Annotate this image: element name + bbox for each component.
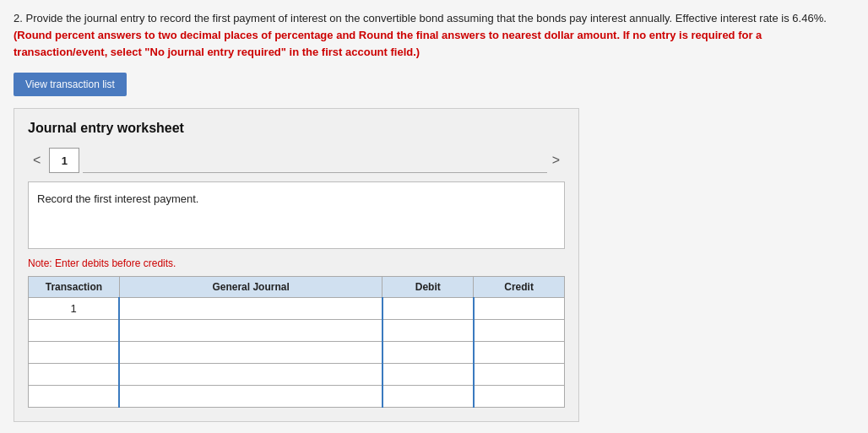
cell-credit-4[interactable]: [474, 386, 565, 408]
input-debit-4[interactable]: [383, 386, 473, 407]
header-credit: Credit: [474, 277, 565, 298]
cell-transaction-0: 1: [29, 298, 120, 320]
input-debit-3[interactable]: [383, 364, 473, 385]
description-text: Record the first interest payment.: [37, 192, 198, 205]
cell-general-journal-1[interactable]: [119, 320, 382, 342]
worksheet-title: Journal entry worksheet: [28, 121, 565, 136]
cell-general-journal-2[interactable]: [119, 342, 382, 364]
cell-debit-0[interactable]: [382, 298, 474, 320]
tab-number-box: 1: [49, 148, 79, 173]
input-credit-0[interactable]: [475, 298, 564, 319]
cell-credit-0[interactable]: [474, 298, 565, 320]
input-debit-0[interactable]: [383, 298, 473, 319]
input-general-journal-4[interactable]: [120, 386, 382, 407]
header-transaction: Transaction: [29, 277, 120, 298]
cell-general-journal-4[interactable]: [119, 386, 382, 408]
header-debit: Debit: [382, 277, 474, 298]
cell-credit-3[interactable]: [474, 364, 565, 386]
input-general-journal-0[interactable]: [120, 298, 382, 319]
worksheet-container: Journal entry worksheet < 1 > Record the…: [14, 108, 579, 422]
table-row: 1: [29, 298, 565, 320]
cell-debit-1[interactable]: [382, 320, 474, 342]
cell-transaction-3: [29, 364, 120, 386]
description-box: Record the first interest payment.: [28, 181, 565, 249]
input-general-journal-3[interactable]: [120, 364, 382, 385]
tab-navigation: < 1 >: [28, 148, 565, 173]
cell-transaction-2: [29, 342, 120, 364]
cell-general-journal-0[interactable]: [119, 298, 382, 320]
cell-debit-3[interactable]: [382, 364, 474, 386]
input-general-journal-1[interactable]: [120, 320, 382, 341]
question-text-bold-red: (Round percent answers to two decimal pl…: [14, 29, 762, 58]
cell-transaction-1: [29, 320, 120, 342]
cell-credit-2[interactable]: [474, 342, 565, 364]
view-transaction-button[interactable]: View transaction list: [14, 73, 127, 96]
note-text: Note: Enter debits before credits.: [28, 257, 565, 269]
tab-arrow-left[interactable]: <: [28, 149, 46, 171]
cell-general-journal-3[interactable]: [119, 364, 382, 386]
table-row: [29, 386, 565, 408]
input-credit-1[interactable]: [475, 320, 564, 341]
input-credit-2[interactable]: [475, 342, 564, 363]
input-general-journal-2[interactable]: [120, 342, 382, 363]
journal-table: Transaction General Journal Debit Credit…: [28, 276, 565, 408]
cell-debit-4[interactable]: [382, 386, 474, 408]
table-row: [29, 320, 565, 342]
input-debit-2[interactable]: [383, 342, 473, 363]
header-general-journal: General Journal: [119, 277, 382, 298]
cell-debit-2[interactable]: [382, 342, 474, 364]
table-header-row: Transaction General Journal Debit Credit: [29, 277, 565, 298]
tab-arrow-right[interactable]: >: [547, 149, 565, 171]
question-text: 2. Provide the journal entry to record t…: [14, 10, 854, 61]
cell-transaction-4: [29, 386, 120, 408]
cell-credit-1[interactable]: [474, 320, 565, 342]
input-credit-4[interactable]: [475, 386, 564, 407]
table-row: [29, 342, 565, 364]
question-container: 2. Provide the journal entry to record t…: [14, 10, 854, 61]
tab-line: [83, 148, 546, 173]
table-row: [29, 364, 565, 386]
input-credit-3[interactable]: [475, 364, 564, 385]
question-text-normal: Provide the journal entry to record the …: [25, 12, 826, 24]
input-debit-1[interactable]: [383, 320, 473, 341]
question-number: 2.: [14, 12, 23, 24]
